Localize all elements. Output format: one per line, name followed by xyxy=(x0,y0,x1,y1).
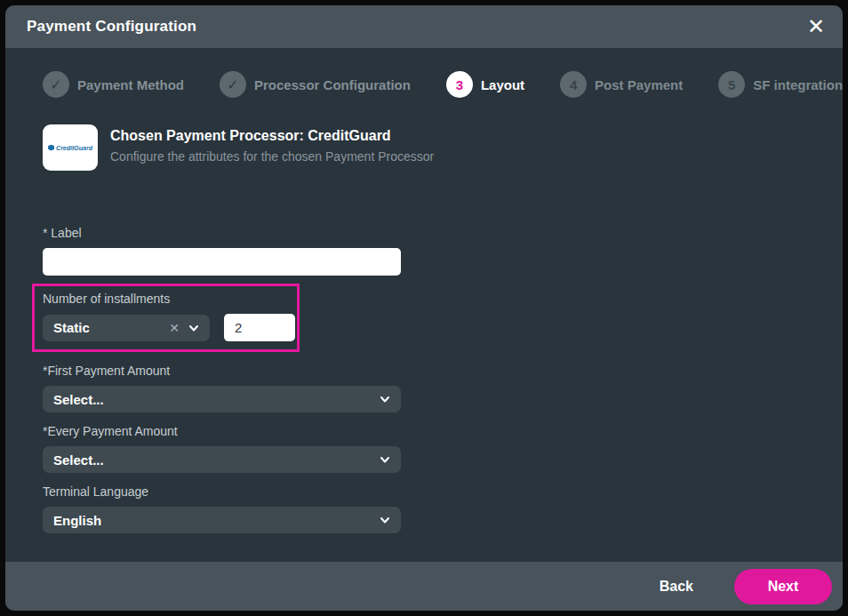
modal-title: Payment Configuration xyxy=(27,18,196,36)
step-payment-method[interactable]: ✓ Payment Method xyxy=(43,71,184,98)
step-label: Payment Method xyxy=(77,77,184,92)
clear-icon[interactable]: ✕ xyxy=(169,322,188,334)
first-payment-label: *First Payment Amount xyxy=(43,364,805,378)
creditguard-logo-text: CreditGuard xyxy=(56,145,92,151)
every-payment-value: Select... xyxy=(43,452,380,468)
step-label: Post Payment xyxy=(595,77,683,92)
step-number-badge: 4 xyxy=(560,71,587,98)
chevron-down-icon xyxy=(380,394,390,404)
next-button[interactable]: Next xyxy=(734,569,832,604)
payment-configuration-modal: Payment Configuration ✕ ✓ Payment Method… xyxy=(5,5,843,611)
installments-type-select[interactable]: Static ✕ xyxy=(43,315,210,341)
chosen-processor-heading: Chosen Payment Processor: CreditGuard xyxy=(110,128,434,144)
processor-info: CreditGuard Chosen Payment Processor: Cr… xyxy=(43,124,805,171)
chevron-down-icon xyxy=(380,454,390,465)
first-payment-value: Select... xyxy=(43,392,380,407)
chosen-processor-subheading: Configure the attributes for the chosen … xyxy=(110,149,434,164)
terminal-language-value: English xyxy=(43,513,380,528)
every-payment-select[interactable]: Select... xyxy=(43,446,401,473)
modal-footer: Back Next xyxy=(5,562,843,611)
installments-highlight-box: Number of installments Static ✕ xyxy=(32,284,300,352)
modal-body: ✓ Payment Method ✓ Processor Configurati… xyxy=(5,48,843,562)
step-label: Layout xyxy=(481,77,524,92)
close-icon[interactable]: ✕ xyxy=(807,16,825,37)
step-layout[interactable]: 3 Layout xyxy=(446,71,524,98)
wizard-stepper: ✓ Payment Method ✓ Processor Configurati… xyxy=(43,71,805,98)
creditguard-logo-glyph xyxy=(48,145,54,151)
step-post-payment[interactable]: 4 Post Payment xyxy=(560,71,683,98)
back-button[interactable]: Back xyxy=(644,572,709,602)
first-payment-select[interactable]: Select... xyxy=(43,386,401,412)
check-icon: ✓ xyxy=(43,71,69,98)
step-label: SF integration xyxy=(753,77,843,92)
step-processor-configuration[interactable]: ✓ Processor Configuration xyxy=(220,71,411,98)
label-input[interactable] xyxy=(43,248,401,276)
layout-form: * Label Number of installments Static ✕ xyxy=(43,226,805,533)
every-payment-label: *Every Payment Amount xyxy=(43,424,805,438)
installments-type-value: Static xyxy=(43,320,169,335)
step-number-badge: 3 xyxy=(446,71,473,98)
terminal-language-select[interactable]: English xyxy=(43,507,401,533)
step-sf-integration[interactable]: 5 SF integration xyxy=(718,71,843,98)
installments-label: Number of installments xyxy=(43,292,297,306)
creditguard-logo: CreditGuard xyxy=(43,124,98,171)
label-field-label: * Label xyxy=(43,226,805,240)
chevron-down-icon xyxy=(380,515,390,525)
modal-header: Payment Configuration ✕ xyxy=(5,5,843,48)
step-number-badge: 5 xyxy=(718,71,745,98)
chevron-down-icon xyxy=(188,323,199,333)
screen-background: Payment Configuration ✕ ✓ Payment Method… xyxy=(0,0,848,616)
installments-count-input[interactable] xyxy=(224,314,295,341)
terminal-language-label: Terminal Language xyxy=(43,484,805,499)
step-label: Processor Configuration xyxy=(254,77,411,92)
check-icon: ✓ xyxy=(220,71,246,98)
